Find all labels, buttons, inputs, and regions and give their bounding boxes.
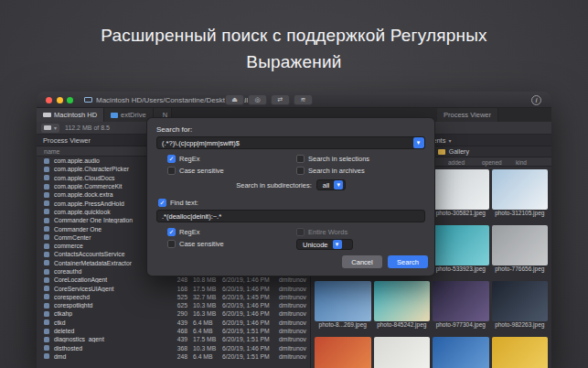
checkbox-label: RegEx <box>179 155 200 163</box>
search-in-archives-checkbox[interactable]: Search in archives <box>296 166 425 175</box>
close-window-button[interactable] <box>46 97 52 103</box>
process-date: 6/20/19, 1:46 PM <box>222 302 279 308</box>
process-user: dmitrunov <box>279 276 310 283</box>
gallery-item[interactable] <box>433 337 489 368</box>
gallery-item[interactable]: photo-533923.jpeg <box>433 225 489 278</box>
table-row[interactable]: diagnostics_agent 439 17.5 MB 6/20/19, 1… <box>37 335 310 343</box>
photo-name: photo-8...269.jpeg <box>315 322 371 334</box>
process-count: 468 <box>171 328 187 334</box>
subdirectories-label: Search in subdirectories: <box>236 181 312 189</box>
case-sensitive-find-checkbox[interactable]: Case sensitive <box>167 239 296 248</box>
find-text-checkbox[interactable]: ✓ Find text: <box>156 198 425 207</box>
process-date: 6/20/19, 1:51 PM <box>222 328 279 334</box>
preview-button[interactable]: ◎ <box>248 94 267 105</box>
case-sensitive-checkbox[interactable]: Case sensitive <box>167 166 296 175</box>
find-text-input[interactable]: .*(dealloc|deinit):~.* <box>156 210 425 222</box>
eject-button[interactable]: ⏏ <box>225 94 244 105</box>
column-header-kind[interactable]: kind <box>516 159 527 166</box>
photo-name: photo-776656.jpeg <box>492 266 549 278</box>
traffic-lights <box>46 97 73 103</box>
zoom-window-button[interactable] <box>67 97 73 103</box>
table-row[interactable]: deleted 468 6.4 MB 6/20/19, 1:51 PM dmit… <box>37 327 310 335</box>
process-icon <box>44 184 49 189</box>
process-icon <box>44 244 49 249</box>
encoding-select[interactable]: Unicode ▾ <box>296 239 353 250</box>
process-count: 248 <box>171 276 187 283</box>
page-title-line2: Выражений <box>0 49 588 75</box>
table-row[interactable]: corespeechd 525 32.7 MB 6/20/19, 1:45 PM… <box>37 293 310 301</box>
gallery-item[interactable]: photo-8...269.jpeg <box>315 281 371 334</box>
gallery-item[interactable]: photo-982263.jpeg <box>492 281 549 334</box>
subdirectories-select[interactable]: all ▾ <box>316 179 346 190</box>
search-history-dropdown[interactable]: ▾ <box>413 137 424 148</box>
search-button[interactable]: Search <box>388 255 428 268</box>
tab-process-viewer[interactable]: Process Viewer <box>437 108 498 122</box>
process-icon <box>44 303 49 308</box>
gallery-item[interactable] <box>315 337 371 368</box>
process-size: 10.3 MB <box>187 302 222 308</box>
marketing-background: Расширенный поиск с поддержкой Регулярны… <box>0 0 588 368</box>
column-header-opened[interactable]: opened <box>482 159 502 166</box>
drive-icon <box>44 125 51 130</box>
process-size: 10.3 MB <box>187 345 222 352</box>
find-pattern-value: .*(dealloc|deinit):~.* <box>162 212 221 221</box>
regex-find-checkbox[interactable]: ✓ RegEx <box>167 227 296 236</box>
drive-select[interactable]: ▾ <box>41 124 59 133</box>
photo-thumbnail <box>433 281 489 321</box>
checkbox-box <box>167 167 176 175</box>
process-date: 6/20/19, 1:51 PM <box>222 353 279 360</box>
gallery-item[interactable] <box>492 337 549 368</box>
process-icon <box>44 209 49 214</box>
column-header-added[interactable]: added <box>448 159 465 166</box>
sync-button[interactable]: ⇄ <box>271 94 290 105</box>
table-row[interactable]: ctkd 439 6.4 MB 6/20/19, 1:46 PM dmitrun… <box>37 319 310 327</box>
process-date: 6/20/19, 1:46 PM <box>222 345 279 352</box>
table-row[interactable]: CoreServicesUIAgent 168 17.5 MB 6/20/19,… <box>37 284 310 292</box>
photo-thumbnail <box>492 281 549 321</box>
search-in-selections-checkbox[interactable]: Search in selections <box>296 154 425 163</box>
table-row[interactable]: CoreLocationAgent 248 10.8 MB 6/20/19, 1… <box>37 276 310 284</box>
table-row[interactable]: ctkahp 290 16.3 MB 6/20/19, 1:46 PM dmit… <box>37 309 310 318</box>
process-user: dmitrunov <box>279 310 310 317</box>
network-button[interactable]: ≋ <box>294 94 313 105</box>
process-count: 290 <box>171 310 187 317</box>
photo-thumbnail <box>492 337 549 368</box>
display-icon <box>84 97 92 103</box>
breadcrumb-current[interactable]: Gallery <box>449 148 469 155</box>
chevron-down-icon: ▾ <box>54 124 57 131</box>
minimize-window-button[interactable] <box>57 97 63 103</box>
process-name: diagnostics_agent <box>54 336 171 342</box>
regex-checkbox[interactable]: ✓ RegEx <box>167 154 296 163</box>
table-row[interactable]: dmd 248 6.4 MB 6/20/19, 1:51 PM dmitruno… <box>37 352 310 361</box>
process-icon <box>44 311 49 317</box>
entire-words-checkbox: Entire Words <box>296 227 425 236</box>
search-pattern-input[interactable]: (.*?)\.(c|cpp|m|mm|swift)$ ▾ <box>156 136 425 149</box>
network-icon: ≋ <box>301 96 306 103</box>
checkbox-box <box>296 167 305 175</box>
gallery-item[interactable]: photo-977304.jpeg <box>433 281 489 334</box>
cancel-button[interactable]: Cancel <box>342 255 382 268</box>
window-titlebar[interactable]: Macintosh HD/Users/Constantine/Desktop/G… <box>37 92 551 108</box>
tab-macintosh-hd[interactable]: Macintosh HD <box>37 108 104 122</box>
photo-thumbnail <box>433 225 489 265</box>
gallery-item[interactable]: photo-312105.jpeg <box>492 169 549 222</box>
gallery-item[interactable] <box>374 337 431 368</box>
table-row[interactable]: corespotlightd 625 10.3 MB 6/20/19, 1:46… <box>37 301 310 309</box>
process-size: 32.7 MB <box>187 294 222 300</box>
table-row[interactable]: disthosted 368 10.3 MB 6/20/19, 1:46 PM … <box>37 344 310 352</box>
checkbox-label: Entire Words <box>308 228 347 236</box>
advanced-search-dialog: Search for: (.*?)\.(c|cpp|m|mm|swift)$ ▾… <box>146 117 435 276</box>
gallery-item[interactable]: photo-776656.jpeg <box>492 225 549 278</box>
process-count: 439 <box>171 336 187 342</box>
info-button[interactable]: i <box>531 95 541 105</box>
free-space-label: 112.2 MB of 8.5 <box>65 124 110 131</box>
process-date: 6/20/19, 1:51 PM <box>222 336 279 342</box>
info-icon: i <box>536 97 538 103</box>
page-title: Расширенный поиск с поддержкой Регулярны… <box>0 22 588 75</box>
process-count: 368 <box>171 345 187 352</box>
gallery-item[interactable]: photo-845242.jpeg <box>374 281 431 334</box>
process-size: 16.3 MB <box>187 310 222 317</box>
gallery-item[interactable]: photo-305821.jpeg <box>433 169 489 222</box>
process-name: disthosted <box>54 345 171 352</box>
process-icon <box>44 345 49 351</box>
